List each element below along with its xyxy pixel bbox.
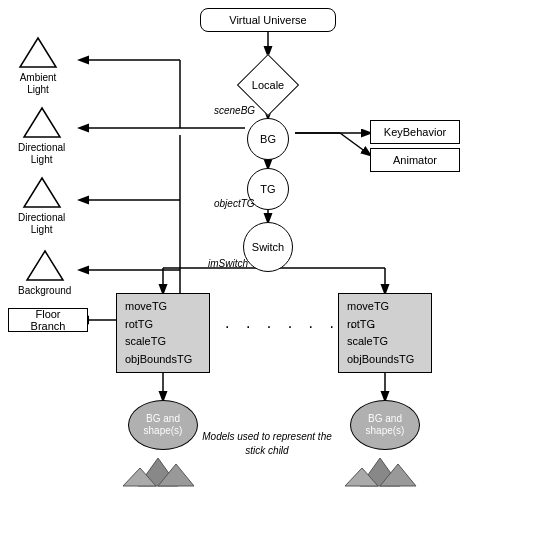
ambient-light-label: AmbientLight: [20, 72, 57, 96]
directional-light-2-label: DirectionalLight: [18, 212, 65, 236]
virtual-universe-label: Virtual Universe: [229, 14, 306, 26]
svg-line-11: [340, 133, 370, 155]
keybehavior-node: KeyBehavior: [370, 120, 460, 144]
directional-light-1-label: DirectionalLight: [18, 142, 65, 166]
left-list-box: moveTG rotTG scaleTG objBoundsTG: [116, 293, 210, 373]
left-list-item-1: moveTG: [125, 298, 201, 316]
directional-light-2-triangle: [22, 175, 62, 210]
switch-node: Switch: [243, 222, 293, 272]
keybehavior-label: KeyBehavior: [384, 126, 446, 138]
tg-label: TG: [260, 183, 275, 195]
left-bg-shape-node: BG andshape(s): [128, 400, 198, 450]
svg-marker-32: [24, 178, 60, 207]
switch-label: Switch: [252, 241, 284, 253]
animator-node: Animator: [370, 148, 460, 172]
right-list-item-1: moveTG: [347, 298, 423, 316]
right-mountains: [340, 448, 430, 490]
background-triangle: [25, 248, 65, 283]
locale-label: Locale: [238, 55, 298, 115]
models-label: Models used to represent the stick child: [202, 430, 332, 458]
ambient-light-triangle: [18, 35, 58, 70]
svg-marker-31: [24, 108, 60, 137]
bg-node: BG: [247, 118, 289, 160]
dots-separator: · · · · · · · ·: [225, 318, 382, 336]
floor-branch-node: Floor Branch: [8, 308, 88, 332]
right-bg-shape-label: BG andshape(s): [366, 413, 405, 437]
right-bg-shape-node: BG andshape(s): [350, 400, 420, 450]
svg-marker-30: [20, 38, 56, 67]
imswitch-label: imSwitch: [208, 258, 248, 269]
left-mountains-svg: [118, 448, 208, 488]
background-label: Background: [18, 285, 71, 297]
right-mountains-svg: [340, 448, 430, 488]
left-mountains: [118, 448, 208, 490]
svg-marker-33: [27, 251, 63, 280]
virtual-universe-node: Virtual Universe: [200, 8, 336, 32]
ambient-light-node: AmbientLight: [18, 35, 58, 96]
objecttg-label: objectTG: [214, 198, 255, 209]
directional-light-1-triangle: [22, 105, 62, 140]
diagram: Virtual Universe Locale sceneBG BG KeyBe…: [0, 0, 536, 533]
directional-light-1-node: DirectionalLight: [18, 105, 65, 166]
locale-node: Locale: [238, 55, 298, 115]
floor-branch-label: Floor Branch: [17, 308, 79, 332]
left-bg-shape-label: BG andshape(s): [144, 413, 183, 437]
right-list-item-4: objBoundsTG: [347, 351, 423, 369]
animator-label: Animator: [393, 154, 437, 166]
left-list-item-4: objBoundsTG: [125, 351, 201, 369]
background-node: Background: [18, 248, 71, 297]
left-list-item-2: rotTG: [125, 316, 201, 334]
directional-light-2-node: DirectionalLight: [18, 175, 65, 236]
left-list-item-3: scaleTG: [125, 333, 201, 351]
bg-label: BG: [260, 133, 276, 145]
